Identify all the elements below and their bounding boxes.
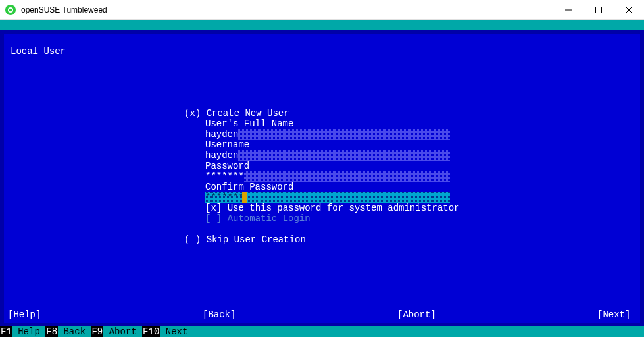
password-input[interactable]: ******* bbox=[205, 171, 244, 182]
yast-header-bar: YaST2 - firstboot @ DESKTOP-MRRT0FG bbox=[0, 20, 644, 30]
maximize-button[interactable] bbox=[583, 0, 614, 20]
radio-skip-label: Skip User Creation bbox=[207, 234, 306, 245]
username-label: Username bbox=[205, 140, 249, 150]
svg-point-1 bbox=[9, 8, 12, 11]
radio-skip-user[interactable]: ( ) Skip User Creation bbox=[184, 234, 306, 245]
checkbox-admin-label: Use this password for system administrat… bbox=[228, 203, 460, 213]
radio-create-user[interactable]: (x) Create New User bbox=[184, 108, 289, 118]
f10-label: Next bbox=[166, 326, 188, 337]
abort-button[interactable]: [Abort] bbox=[397, 309, 436, 320]
checkbox-autologin-mark: [ ] bbox=[205, 213, 222, 224]
checkbox-admin-mark: [x] bbox=[205, 203, 222, 213]
opensuse-icon bbox=[5, 5, 16, 15]
f9-key[interactable]: F9 bbox=[91, 326, 103, 337]
fullname-input-bg bbox=[205, 129, 450, 140]
confirm-password-label: Confirm Password bbox=[205, 182, 293, 192]
minimize-button[interactable] bbox=[553, 0, 583, 20]
f9-label: Abort bbox=[109, 326, 137, 337]
f1-key[interactable]: F1 bbox=[0, 326, 12, 337]
radio-create-label: Create New User bbox=[207, 108, 289, 118]
f1-label: Help bbox=[18, 326, 40, 337]
checkbox-use-for-admin[interactable]: [x] Use this password for system adminis… bbox=[205, 203, 459, 213]
screen-title: Local User bbox=[11, 46, 66, 57]
f10-key[interactable]: F10 bbox=[142, 326, 160, 337]
window-title: openSUSE Tumbleweed bbox=[21, 5, 553, 14]
radio-create-mark: (x) bbox=[184, 108, 201, 118]
text-cursor bbox=[242, 192, 247, 203]
svg-rect-3 bbox=[596, 7, 602, 13]
window-titlebar: openSUSE Tumbleweed bbox=[0, 0, 644, 20]
username-input[interactable]: hayden bbox=[205, 150, 238, 161]
checkbox-autologin-label: Automatic Login bbox=[228, 213, 310, 224]
confirm-password-input[interactable]: ******* bbox=[205, 192, 244, 203]
function-keys: F1 Help F8 Back F9 Abort F10 Next bbox=[0, 326, 187, 337]
fullname-input[interactable]: hayden bbox=[205, 129, 238, 140]
close-button[interactable] bbox=[614, 0, 644, 20]
fullname-label: User's Full Name bbox=[205, 118, 293, 129]
back-button[interactable]: [Back] bbox=[203, 309, 235, 320]
terminal-screen: YaST2 - firstboot @ DESKTOP-MRRT0FG Loca… bbox=[0, 20, 644, 337]
checkbox-automatic-login[interactable]: [ ] Automatic Login bbox=[205, 213, 310, 224]
help-button[interactable]: [Help] bbox=[8, 309, 41, 320]
radio-skip-mark: ( ) bbox=[184, 234, 201, 245]
f8-key[interactable]: F8 bbox=[45, 326, 58, 337]
f8-label: Back bbox=[63, 326, 86, 337]
username-input-bg bbox=[205, 150, 450, 161]
password-label: Password bbox=[205, 161, 249, 171]
next-button[interactable]: [Next] bbox=[597, 309, 630, 320]
window-controls bbox=[553, 0, 644, 20]
